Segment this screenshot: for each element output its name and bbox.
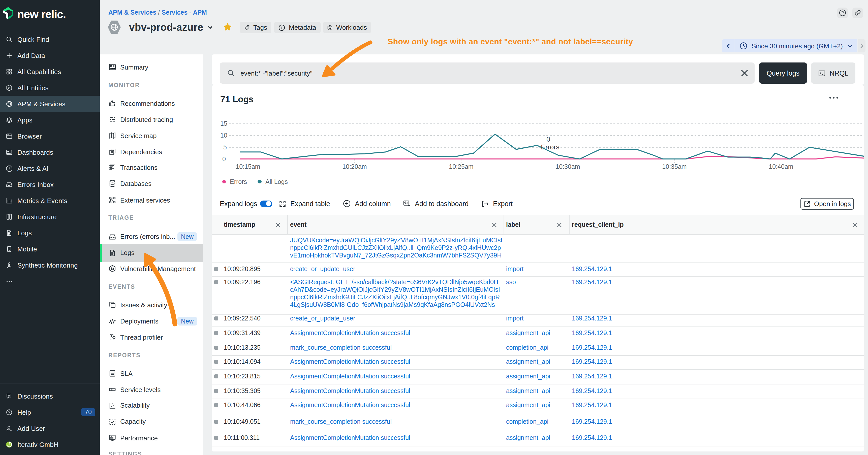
svg-text:0: 0 [547, 135, 550, 143]
svg-text:10:20am: 10:20am [342, 163, 367, 170]
svg-text:10:40am: 10:40am [769, 163, 793, 170]
svg-text:15: 15 [220, 120, 227, 127]
svg-text:10: 10 [220, 132, 227, 139]
svg-text:10:35am: 10:35am [662, 163, 686, 170]
svg-text:10:25am: 10:25am [449, 163, 473, 170]
svg-text:10:30am: 10:30am [556, 163, 580, 170]
svg-text:Errors: Errors [541, 143, 559, 151]
svg-text:10:15am: 10:15am [236, 163, 260, 170]
svg-text:5: 5 [223, 143, 227, 151]
